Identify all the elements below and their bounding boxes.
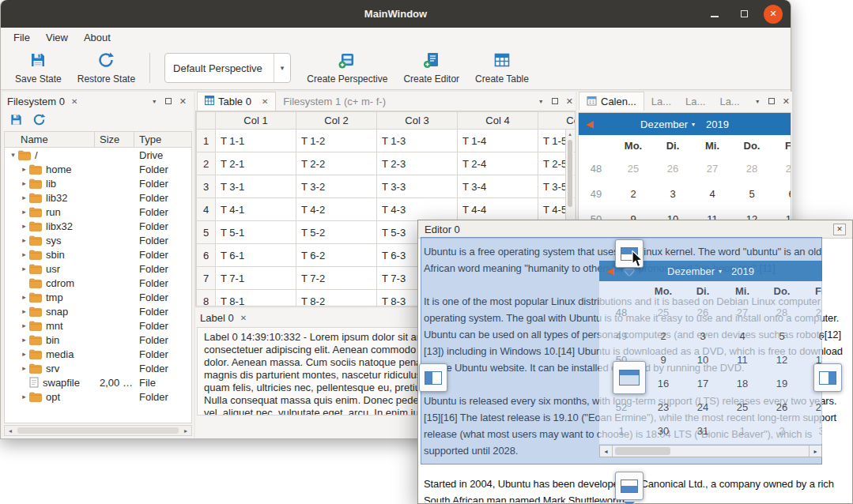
table-cell[interactable]: T 1-4 <box>458 130 538 152</box>
column-header-name[interactable]: Name <box>5 132 95 147</box>
row-number[interactable]: 7 <box>197 267 216 290</box>
dock-close-icon[interactable]: ✕ <box>566 96 573 107</box>
year-select[interactable]: 2019 <box>706 118 729 130</box>
close-button[interactable]: ✕ <box>764 5 783 24</box>
column-header-type[interactable]: Type <box>134 132 191 147</box>
filesystem-dock-titlebar[interactable]: Filesystem 0 ✕ ▼ ✕ <box>2 92 194 111</box>
dock-indicator-left[interactable] <box>419 363 447 392</box>
scroll-up-icon[interactable]: ▴ <box>566 130 574 138</box>
expand-arrow-icon[interactable]: ▸ <box>19 208 29 216</box>
fs-row[interactable]: ▸mntFolder <box>5 318 191 333</box>
fs-row[interactable]: ▸sysFolder <box>5 233 191 247</box>
expand-arrow-icon[interactable]: ▸ <box>19 336 29 344</box>
menu-file[interactable]: File <box>6 30 38 45</box>
create-editor-button[interactable]: Create Editor <box>395 49 467 87</box>
expand-arrow-icon[interactable]: ▸ <box>19 265 29 273</box>
table-cell[interactable]: T 4-2 <box>296 198 377 221</box>
table-column-header[interactable]: Col 1 <box>216 112 296 130</box>
table-cell[interactable]: T 8-1 <box>216 290 296 307</box>
table-cell[interactable]: T 6-2 <box>296 244 377 267</box>
row-number[interactable]: 8 <box>197 290 216 307</box>
fs-row[interactable]: swapfile2,00 …File <box>5 375 191 389</box>
fs-row[interactable]: ▸tmpFolder <box>5 290 191 304</box>
fs-row[interactable]: ▸lib32Folder <box>5 190 191 205</box>
expand-arrow-icon[interactable]: ▸ <box>19 322 29 329</box>
table-cell[interactable]: T 1-1 <box>216 130 296 152</box>
table-cell[interactable]: T 4-1 <box>216 198 296 221</box>
expand-arrow-icon[interactable]: ▸ <box>19 179 29 187</box>
fs-row[interactable]: ▸srvFolder <box>5 361 191 375</box>
scroll-thumb[interactable] <box>17 427 179 434</box>
table-cell[interactable]: T 2-3 <box>377 152 458 175</box>
scroll-left-icon[interactable]: ◂ <box>5 427 16 434</box>
table-cell[interactable]: T 3-1 <box>216 175 296 198</box>
restore-state-button[interactable]: Restore State <box>70 49 143 87</box>
close-tab-icon[interactable]: ✕ <box>262 97 268 106</box>
restore-icon[interactable] <box>32 113 46 130</box>
save-icon[interactable] <box>9 113 23 130</box>
expand-arrow-icon[interactable]: ▸ <box>19 222 29 230</box>
row-number[interactable]: 5 <box>197 221 216 244</box>
dock-menu-icon[interactable]: ▼ <box>755 99 761 104</box>
row-number[interactable]: 6 <box>197 244 216 267</box>
fs-row[interactable]: ▾/Drive <box>5 148 191 162</box>
column-header-size[interactable]: Size <box>95 132 134 147</box>
float-icon[interactable] <box>165 98 172 104</box>
collapse-arrow-icon[interactable]: ▾ <box>8 151 18 159</box>
table-cell[interactable]: T 3-4 <box>458 175 538 198</box>
create-perspective-button[interactable]: Create Perspective <box>299 49 395 87</box>
expand-arrow-icon[interactable]: ▸ <box>19 307 29 315</box>
float-icon[interactable] <box>552 98 558 104</box>
prev-month-icon[interactable]: ◀ <box>586 118 593 130</box>
dock-indicator-center[interactable] <box>613 361 646 394</box>
fs-row[interactable]: ▸sbinFolder <box>5 247 191 261</box>
tab-label-1[interactable]: La... <box>644 92 678 111</box>
table-cell[interactable]: T 4-4 <box>458 198 538 221</box>
menu-view[interactable]: View <box>38 30 76 45</box>
calendar-date[interactable]: 3 <box>653 181 693 206</box>
table-cell[interactable]: T 6-1 <box>216 244 296 267</box>
table-cell[interactable]: T 1-3 <box>377 130 458 152</box>
fs-row[interactable]: ▸snapFolder <box>5 304 191 318</box>
fs-row[interactable]: ▸binFolder <box>5 333 191 347</box>
expand-arrow-icon[interactable]: ▸ <box>19 250 29 258</box>
expand-arrow-icon[interactable]: ▸ <box>19 236 29 244</box>
calendar-date[interactable]: 2 <box>613 181 653 206</box>
month-select[interactable]: Dezember ▾ <box>640 118 695 130</box>
dock-indicator-bottom[interactable] <box>615 472 644 500</box>
table-column-header[interactable]: Col 3 <box>377 112 458 130</box>
calendar-date[interactable]: 26 <box>653 156 693 181</box>
fs-row[interactable]: ▸homeFolder <box>5 162 191 176</box>
fs-row[interactable]: ▸usrFolder <box>5 261 191 276</box>
row-number[interactable]: 3 <box>197 175 216 198</box>
table-cell[interactable]: T 5-1 <box>216 221 296 244</box>
dock-indicator-right[interactable] <box>813 363 842 392</box>
calendar-date[interactable]: 4 <box>693 181 732 206</box>
table-cell[interactable]: T 2-2 <box>296 152 377 175</box>
tab-filesystem-1[interactable]: Filesystem 1 (c+ m- f-) <box>276 92 393 111</box>
expand-arrow-icon[interactable]: ▸ <box>19 165 29 173</box>
calendar-date[interactable]: 25 <box>613 156 653 181</box>
close-tab-icon[interactable]: ✕ <box>71 97 77 106</box>
dock-menu-icon[interactable]: ▼ <box>538 99 544 104</box>
scroll-track[interactable] <box>16 426 180 435</box>
table-cell[interactable]: T 2-4 <box>458 152 538 175</box>
expand-arrow-icon[interactable]: ▸ <box>19 364 29 372</box>
fs-row[interactable]: ▸mediaFolder <box>5 347 191 361</box>
calendar-date[interactable]: 6 <box>772 181 791 206</box>
tab-label-3[interactable]: La... <box>712 92 746 111</box>
fs-row[interactable]: cdromFolder <box>5 276 191 290</box>
table-cell[interactable]: T 4-3 <box>377 198 458 221</box>
fs-row[interactable]: ▸libx32Folder <box>5 219 191 233</box>
table-cell[interactable]: T 1-2 <box>296 130 377 152</box>
table-cell[interactable]: T 7-1 <box>216 267 296 290</box>
create-table-button[interactable]: Create Table <box>467 49 537 87</box>
editor-titlebar[interactable]: Editor 0 ✕ <box>418 220 852 239</box>
editor-close-icon[interactable]: ✕ <box>833 224 846 235</box>
expand-arrow-icon[interactable]: ▸ <box>19 350 29 358</box>
close-tab-icon[interactable]: ✕ <box>240 314 247 322</box>
row-number[interactable]: 1 <box>197 130 216 152</box>
dock-menu-icon[interactable]: ▼ <box>152 99 157 104</box>
table-cell[interactable]: T 7-2 <box>296 267 377 290</box>
dock-close-icon[interactable]: ✕ <box>179 96 187 107</box>
